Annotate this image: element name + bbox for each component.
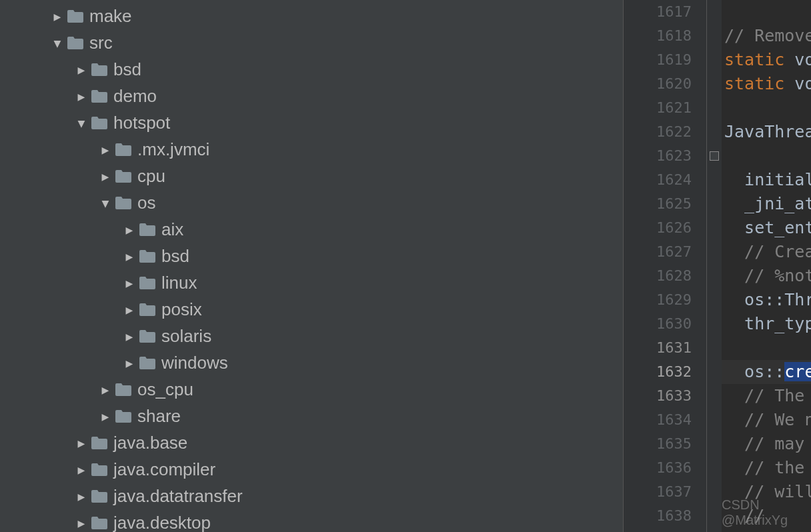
tree-item-make[interactable]: ▶make xyxy=(0,3,623,29)
expand-arrow-right-icon[interactable]: ▶ xyxy=(72,436,91,450)
tree-item-solaris[interactable]: ▶solaris xyxy=(0,323,623,349)
expand-arrow-right-icon[interactable]: ▶ xyxy=(72,63,91,77)
line-number[interactable]: 1638 xyxy=(656,504,692,528)
tree-item-label: os xyxy=(137,193,155,213)
expand-arrow-down-icon[interactable]: ▼ xyxy=(72,116,91,130)
folder-icon xyxy=(139,249,156,263)
line-number[interactable]: 1622 xyxy=(656,120,692,144)
code-line[interactable]: thr_type xyxy=(722,312,811,336)
line-number[interactable]: 1627 xyxy=(656,240,692,264)
tree-item-os_cpu[interactable]: ▶os_cpu xyxy=(0,376,623,403)
tree-item-posix[interactable]: ▶posix xyxy=(0,296,623,323)
tree-item-src[interactable]: ▼src xyxy=(0,29,623,56)
line-number[interactable]: 1633 xyxy=(656,384,692,408)
code-line[interactable] xyxy=(722,144,811,168)
tree-item-os[interactable]: ▼os xyxy=(0,189,623,216)
code-line[interactable]: // The xyxy=(722,384,811,408)
line-number[interactable]: 1636 xyxy=(656,456,692,480)
line-number[interactable]: 1634 xyxy=(656,408,692,432)
tree-item-label: bsd xyxy=(113,59,141,80)
line-number[interactable]: 1629 xyxy=(656,288,692,312)
code-line[interactable] xyxy=(722,336,811,360)
expand-arrow-right-icon[interactable]: ▶ xyxy=(96,169,115,183)
tree-item-label: .mx.jvmci xyxy=(137,139,209,160)
code-line[interactable]: // Remove xyxy=(722,24,811,48)
expand-arrow-right-icon[interactable]: ▶ xyxy=(120,249,139,263)
expand-arrow-right-icon[interactable]: ▶ xyxy=(72,489,91,503)
expand-arrow-right-icon[interactable]: ▶ xyxy=(120,303,139,317)
code-line[interactable]: // We ne xyxy=(722,408,811,432)
tree-item-bsd[interactable]: ▶bsd xyxy=(0,243,623,269)
line-number[interactable]: 1624 xyxy=(656,168,692,192)
tree-item-java-desktop[interactable]: ▶java.desktop xyxy=(0,509,623,532)
fold-indicator-icon[interactable] xyxy=(710,151,719,161)
ide-root: ▶make▼src▶bsd▶demo▼hotspot▶.mx.jvmci▶cpu… xyxy=(0,0,811,532)
tree-item-linux[interactable]: ▶linux xyxy=(0,269,623,296)
tree-item-bsd[interactable]: ▶bsd xyxy=(0,56,623,83)
code-line[interactable]: os::crea xyxy=(722,360,811,384)
code-line[interactable]: // the e xyxy=(722,456,811,480)
tree-item-java-compiler[interactable]: ▶java.compiler xyxy=(0,456,623,483)
tree-item-windows[interactable]: ▶windows xyxy=(0,349,623,376)
tree-item-label: share xyxy=(137,406,181,427)
code-line[interactable]: set_entr xyxy=(722,216,811,240)
expand-arrow-right-icon[interactable]: ▶ xyxy=(48,9,67,23)
folder-icon xyxy=(139,356,156,369)
code-line[interactable]: os::Thre xyxy=(722,288,811,312)
expand-arrow-down-icon[interactable]: ▼ xyxy=(96,196,115,210)
line-number[interactable]: 1630 xyxy=(656,312,692,336)
expand-arrow-right-icon[interactable]: ▶ xyxy=(96,383,115,397)
code-line[interactable]: static voi xyxy=(722,72,811,96)
expand-arrow-right-icon[interactable]: ▶ xyxy=(120,329,139,343)
code-line[interactable] xyxy=(722,0,811,24)
line-number[interactable]: 1617 xyxy=(656,0,692,24)
folder-icon xyxy=(91,489,108,503)
tree-item-label: bsd xyxy=(161,246,189,267)
code-line[interactable]: initiali xyxy=(722,168,811,192)
expand-arrow-right-icon[interactable]: ▶ xyxy=(96,143,115,157)
tree-item-demo[interactable]: ▶demo xyxy=(0,83,623,109)
line-number[interactable]: 1628 xyxy=(656,264,692,288)
expand-arrow-right-icon[interactable]: ▶ xyxy=(72,463,91,477)
line-number[interactable]: 1620 xyxy=(656,72,692,96)
tree-item-aix[interactable]: ▶aix xyxy=(0,216,623,243)
expand-arrow-right-icon[interactable]: ▶ xyxy=(120,276,139,290)
tree-item-java-datatransfer[interactable]: ▶java.datatransfer xyxy=(0,483,623,509)
tree-item-java-base[interactable]: ▶java.base xyxy=(0,429,623,456)
line-number[interactable]: 1635 xyxy=(656,432,692,456)
folder-icon xyxy=(91,436,108,449)
tree-item-share[interactable]: ▶share xyxy=(0,403,623,429)
line-number[interactable]: 1623 xyxy=(656,144,692,168)
expand-arrow-right-icon[interactable]: ▶ xyxy=(96,409,115,423)
line-number[interactable]: 1626 xyxy=(656,216,692,240)
line-number[interactable]: 1621 xyxy=(656,96,692,120)
code-line[interactable]: static voi xyxy=(722,48,811,72)
code-line[interactable]: // Creat xyxy=(722,240,811,264)
tree-item-hotspot[interactable]: ▼hotspot xyxy=(0,109,623,136)
tree-item-label: java.datatransfer xyxy=(113,486,243,507)
line-number[interactable]: 1631 xyxy=(656,336,692,360)
line-number[interactable]: 1632 xyxy=(656,360,692,384)
code-editor[interactable]: // Remove static voistatic voiJavaThread… xyxy=(722,0,811,532)
line-number[interactable]: 1618 xyxy=(656,24,692,48)
expand-arrow-right-icon[interactable]: ▶ xyxy=(72,516,91,530)
project-tree[interactable]: ▶make▼src▶bsd▶demo▼hotspot▶.mx.jvmci▶cpu… xyxy=(0,0,623,532)
tree-item--mx-jvmci[interactable]: ▶.mx.jvmci xyxy=(0,136,623,163)
expand-arrow-right-icon[interactable]: ▶ xyxy=(120,356,139,370)
tree-item-cpu[interactable]: ▶cpu xyxy=(0,163,623,189)
code-line[interactable]: _jni_att xyxy=(722,192,811,216)
expand-arrow-right-icon[interactable]: ▶ xyxy=(72,89,91,103)
code-line[interactable]: // may h xyxy=(722,432,811,456)
code-line[interactable] xyxy=(722,96,811,120)
tree-item-label: linux xyxy=(161,273,197,293)
tree-item-label: src xyxy=(89,33,113,53)
code-line[interactable]: JavaThread xyxy=(722,120,811,144)
line-number[interactable]: 1637 xyxy=(656,480,692,504)
folder-icon xyxy=(91,89,108,103)
code-line[interactable]: // %note xyxy=(722,264,811,288)
line-number[interactable]: 1625 xyxy=(656,192,692,216)
folder-icon xyxy=(67,9,84,23)
expand-arrow-down-icon[interactable]: ▼ xyxy=(48,36,67,50)
line-number[interactable]: 1619 xyxy=(656,48,692,72)
expand-arrow-right-icon[interactable]: ▶ xyxy=(120,223,139,237)
